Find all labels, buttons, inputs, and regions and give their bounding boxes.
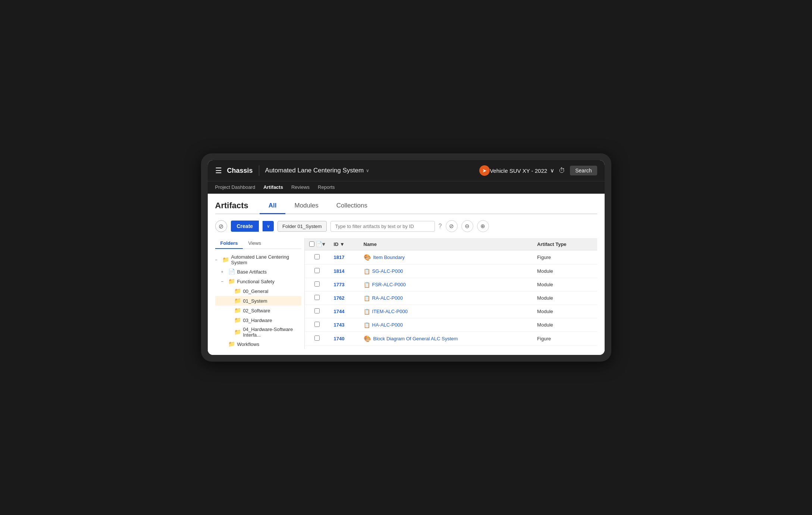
row-id[interactable]: 1740: [329, 332, 359, 346]
tab-modules[interactable]: Modules: [285, 200, 327, 214]
row-checkbox-cell: [305, 250, 329, 265]
table-body: 1817🎨Item BoundaryFigure1814📋SG-ALC-P000…: [305, 250, 597, 346]
row-name: 🎨Item Boundary: [359, 250, 533, 265]
artifacts-table: 📄▾ ID ▼ Name Artifact Ty: [305, 238, 597, 349]
tree-item-workflows[interactable]: 📁 Workflows: [215, 339, 301, 349]
sidebar-tab-folders[interactable]: Folders: [215, 238, 243, 249]
filter-input[interactable]: [330, 221, 435, 232]
artifact-name-link[interactable]: ITEM-ALC-P000: [372, 309, 408, 314]
row-artifact-type: Module: [533, 265, 597, 278]
row-checkbox[interactable]: [314, 295, 320, 300]
row-id[interactable]: 1814: [329, 265, 359, 278]
row-id[interactable]: 1817: [329, 250, 359, 265]
artifact-name-link[interactable]: FSR-ALC-P000: [372, 282, 406, 287]
header: ☰ Chassis Automated Lane Centering Syste…: [208, 160, 605, 181]
row-name: 📋ITEM-ALC-P000: [359, 305, 533, 318]
row-checkbox[interactable]: [314, 268, 320, 273]
tree-item-01-system[interactable]: 📁 01_System: [215, 296, 301, 306]
help-icon[interactable]: ?: [439, 223, 442, 230]
artifact-type-icon: 📋: [364, 282, 370, 288]
row-checkbox[interactable]: [314, 308, 320, 313]
row-name: 📋RA-ALC-P000: [359, 291, 533, 305]
vehicle-chevron: ∨: [550, 167, 554, 174]
select-all-checkbox[interactable]: [309, 241, 314, 247]
artifact-name-link[interactable]: HA-ALC-P000: [372, 322, 403, 328]
nav-project-dashboard[interactable]: Project Dashboard: [215, 184, 255, 191]
row-artifact-type: Module: [533, 305, 597, 318]
th-id[interactable]: ID ▼: [329, 238, 359, 250]
row-id[interactable]: 1744: [329, 305, 359, 318]
row-artifact-type: Module: [533, 278, 597, 291]
row-name: 🎨Block Diagram Of General ALC System: [359, 332, 533, 346]
header-divider: [259, 165, 259, 176]
tree-item-base-artifacts[interactable]: + 📄 Base Artifacts: [215, 267, 301, 277]
tree-label-00-general: 00_General: [243, 288, 269, 294]
th-doc-icon[interactable]: 📄▾: [316, 241, 325, 247]
tree-item-02-software[interactable]: 📁 02_Software: [215, 306, 301, 315]
sidebar: Folders Views − 📁 Automated Lane Centeri…: [215, 238, 305, 349]
collapse-button[interactable]: ⊖: [461, 220, 473, 232]
tree-item-00-general[interactable]: 📁 00_General: [215, 286, 301, 296]
expand-icon-alc: −: [215, 258, 220, 262]
artifact-name-link[interactable]: SG-ALC-P000: [372, 268, 403, 274]
artifact-name-link[interactable]: Item Boundary: [373, 255, 405, 260]
nav-reviews[interactable]: Reviews: [291, 184, 310, 191]
th-checkbox: 📄▾: [305, 238, 329, 250]
tabs-row: Artifacts All Modules Collections: [215, 200, 597, 214]
search-button[interactable]: Search: [570, 166, 597, 175]
tree-item-03-hardware[interactable]: 📁 03_Hardware: [215, 315, 301, 325]
nav-artifacts[interactable]: Artifacts: [263, 184, 283, 191]
create-button[interactable]: Create: [231, 221, 259, 232]
create-dropdown-button[interactable]: ∨: [263, 221, 274, 231]
back-button[interactable]: ⊘: [215, 220, 227, 232]
sidebar-tab-views[interactable]: Views: [243, 238, 266, 249]
body-layout: Folders Views − 📁 Automated Lane Centeri…: [215, 238, 597, 349]
main-content: Artifacts All Modules Collections ⊘ Crea…: [208, 194, 605, 355]
tree-item-alc-system[interactable]: − 📁 Automated Lane Centering System: [215, 253, 301, 267]
row-checkbox-cell: [305, 291, 329, 305]
project-chevron[interactable]: ∨: [366, 168, 369, 173]
row-checkbox[interactable]: [314, 335, 320, 341]
artifact-type-icon: 📋: [364, 295, 370, 301]
artifact-name-link[interactable]: RA-ALC-P000: [372, 295, 403, 301]
th-name[interactable]: Name: [359, 238, 533, 250]
row-name: 📋FSR-ALC-P000: [359, 278, 533, 291]
tree-item-functional-safety[interactable]: − 📁 Functional Safety: [215, 277, 301, 286]
tree-label-02-software: 02_Software: [243, 308, 270, 313]
row-artifact-type: Module: [533, 291, 597, 305]
artifact-type-icon: 📋: [364, 268, 370, 274]
row-id[interactable]: 1762: [329, 291, 359, 305]
vehicle-selector[interactable]: Vehicle SUV XY - 2022 ∨: [490, 167, 554, 174]
table-row: 1817🎨Item BoundaryFigure: [305, 250, 597, 265]
row-id[interactable]: 1743: [329, 318, 359, 332]
history-icon[interactable]: ⏱: [559, 167, 565, 175]
folder-icon-01: 📁: [234, 297, 241, 304]
folder-icon-00: 📁: [234, 288, 241, 294]
tree-item-04-hwsw[interactable]: 📁 04_Hardware-Software Interfa...: [215, 325, 301, 339]
artifact-type-icon: 📋: [364, 309, 370, 315]
row-checkbox[interactable]: [314, 254, 320, 259]
folder-icon-base: 📄: [228, 268, 235, 275]
artifact-name-link[interactable]: Block Diagram Of General ALC System: [373, 336, 458, 341]
tab-collections[interactable]: Collections: [327, 200, 376, 214]
row-name: 📋SG-ALC-P000: [359, 265, 533, 278]
tree-label-01-system: 01_System: [243, 298, 267, 304]
table-row: 1743📋HA-ALC-P000Module: [305, 318, 597, 332]
table-row: 1773📋FSR-ALC-P000Module: [305, 278, 597, 291]
row-id[interactable]: 1773: [329, 278, 359, 291]
expand-button[interactable]: ⊕: [477, 220, 489, 232]
tree-label-base-artifacts: Base Artifacts: [237, 269, 267, 275]
row-artifact-type: Module: [533, 318, 597, 332]
folder-tree: − 📁 Automated Lane Centering System + 📄 …: [215, 253, 301, 349]
row-checkbox[interactable]: [314, 322, 320, 327]
folder-icon-fs: 📁: [228, 278, 235, 285]
filter-icon-button[interactable]: ⊘: [446, 220, 458, 232]
row-artifact-type: Figure: [533, 332, 597, 346]
tab-all[interactable]: All: [260, 200, 286, 214]
row-artifact-type: Figure: [533, 250, 597, 265]
row-checkbox[interactable]: [314, 281, 320, 287]
nav-reports[interactable]: Reports: [318, 184, 335, 191]
row-checkbox-cell: [305, 318, 329, 332]
table-row: 1744📋ITEM-ALC-P000Module: [305, 305, 597, 318]
menu-icon[interactable]: ☰: [215, 166, 222, 175]
